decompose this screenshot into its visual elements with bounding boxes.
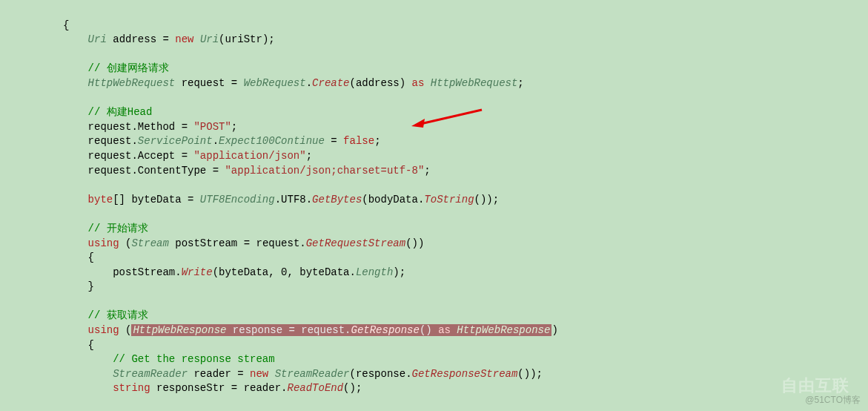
method: ReadToEnd <box>287 382 343 394</box>
code-text: responseStr = reader. <box>150 382 288 394</box>
method: Create <box>312 77 349 89</box>
type: HttpWebResponse <box>457 324 550 336</box>
code-text: response = request. <box>226 324 351 336</box>
highlighted-code: HttpWebResponse response = request.GetRe… <box>131 324 551 336</box>
comment: // 获取请求 <box>88 309 148 321</box>
method: Write <box>182 266 213 278</box>
comment: // 开始请求 <box>88 223 148 234</box>
code-text: postStream. <box>113 266 181 278</box>
code-text: request.ContentType = <box>88 165 225 177</box>
type: UTF8Encoding <box>200 194 275 206</box>
prop: Length <box>356 266 393 278</box>
code-text: (); <box>343 382 362 394</box>
code-text: . <box>306 77 312 89</box>
code-text: ; <box>517 77 523 89</box>
brace: } <box>88 280 94 292</box>
method: GetResponseStream <box>412 368 518 380</box>
code-block: { Uri address = new Uri(uriStr); // 创建网络… <box>0 0 868 411</box>
bool: false <box>343 135 374 147</box>
string: "application/json" <box>193 150 305 162</box>
keyword: new <box>250 368 268 380</box>
method: GetResponse <box>351 324 420 336</box>
code-text <box>268 368 274 380</box>
keyword: as <box>412 77 425 89</box>
type: Stream <box>131 237 168 249</box>
code-text: ); <box>393 266 405 278</box>
code-text: ; <box>231 121 237 133</box>
method: ToString <box>424 194 474 206</box>
code-text: ()) <box>405 237 424 249</box>
comment: // 创建网络请求 <box>88 62 169 74</box>
code-text: (bodyData. <box>362 194 424 206</box>
watermark-text: @51CTO博客 <box>805 394 861 407</box>
string: "application/json;charset=utf-8" <box>225 165 424 177</box>
code-text: .UTF8. <box>275 194 312 206</box>
code-text: ; <box>306 150 312 162</box>
code-text: request.Method = <box>88 121 194 133</box>
type: Uri <box>200 33 219 45</box>
type: HttpWebRequest <box>431 77 518 89</box>
code-text: ; <box>424 165 430 177</box>
code-text: = <box>325 135 343 147</box>
brace: { <box>63 19 69 31</box>
code-text: ; <box>374 135 380 147</box>
prop: ServicePoint <box>138 135 213 147</box>
type: Uri <box>88 33 107 45</box>
code-text: ( <box>119 324 132 336</box>
comment: // Get the response stream <box>113 353 274 365</box>
type: StreamReader <box>113 368 188 380</box>
keyword: byte <box>88 194 113 206</box>
code-text: (byteData, 0, byteData. <box>213 266 356 278</box>
keyword: as <box>438 324 451 336</box>
prop: Expect100Continue <box>219 135 325 147</box>
keyword: new <box>175 33 193 45</box>
code-text: [] byteData = <box>113 194 200 206</box>
type: WebRequest <box>244 77 306 89</box>
method: GetRequestStream <box>306 237 405 249</box>
code-text <box>193 33 199 45</box>
code-text: . <box>213 135 219 147</box>
code-text: postStream = request. <box>169 237 306 249</box>
code-text: (address) <box>350 77 412 89</box>
type: StreamReader <box>275 368 350 380</box>
keyword: string <box>113 382 150 394</box>
code-text: ()); <box>474 194 500 206</box>
code-text: reader = <box>188 368 250 380</box>
brace: { <box>88 251 94 263</box>
code-text: address = <box>107 33 175 45</box>
brace: { <box>88 339 94 351</box>
code-text: request = <box>175 77 243 89</box>
keyword: using <box>88 237 119 249</box>
type: HttpWebRequest <box>88 77 176 89</box>
string: "POST" <box>193 121 231 133</box>
method: GetBytes <box>312 194 362 206</box>
type: HttpWebResponse <box>133 324 226 336</box>
code-text: request.Accept = <box>88 150 194 162</box>
keyword: using <box>88 324 119 336</box>
code-text: (uriStr); <box>219 33 275 45</box>
code-text <box>424 77 430 89</box>
code-text: ()); <box>517 368 543 380</box>
code-text: () <box>420 324 438 336</box>
code-text: (response. <box>350 368 412 380</box>
code-text: ( <box>119 237 132 249</box>
comment: // 构建Head <box>88 106 153 118</box>
code-text: request. <box>88 135 138 147</box>
code-text: ) <box>551 324 557 336</box>
